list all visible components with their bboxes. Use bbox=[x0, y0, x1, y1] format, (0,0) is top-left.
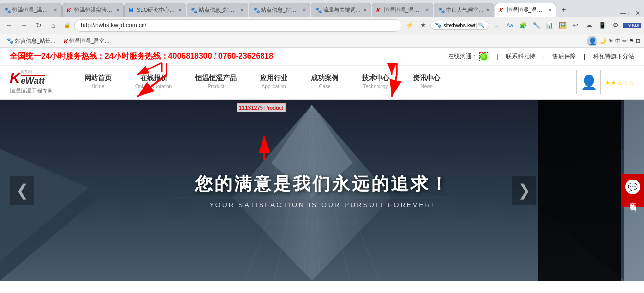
close-btn[interactable]: ✕ bbox=[635, 10, 640, 17]
nav-case[interactable]: 成功案例 Case bbox=[299, 65, 350, 99]
lang-selector[interactable]: 中 bbox=[615, 37, 620, 45]
nav-home[interactable]: 网站首页 Home bbox=[72, 65, 123, 99]
extension1-icon[interactable]: 🧩 bbox=[517, 20, 529, 31]
nav-technology[interactable]: 技术中心 Technology bbox=[350, 65, 401, 99]
hotline-divider: / bbox=[212, 52, 218, 60]
tab-label-6: 流量与关键词… bbox=[323, 6, 361, 14]
tab-7[interactable]: K 恒温恒湿_温室… ✕ bbox=[372, 3, 433, 17]
nav-right: 👤 ★★☆☆☆ bbox=[576, 70, 634, 94]
settings-icon[interactable]: ⚙ bbox=[610, 20, 621, 31]
device-icon[interactable]: 📱 bbox=[596, 20, 608, 31]
extension2-icon[interactable]: 🔧 bbox=[530, 20, 542, 31]
menu-icon[interactable]: ≡ bbox=[491, 20, 502, 31]
forward-button[interactable]: → bbox=[18, 19, 30, 32]
flag-icon[interactable]: ⚑ bbox=[629, 38, 634, 44]
hotline: 全国统一24小时服务热线：24小时服务热线：4006818300 / 0760-… bbox=[10, 51, 273, 62]
online-indicator-dot[interactable] bbox=[480, 53, 487, 60]
tab-label-4: 站点信息_站长… bbox=[199, 6, 238, 14]
grid-icon[interactable]: ⊞ bbox=[636, 38, 640, 44]
page-wrapper: 🐾 恒温恒湿_温室… ✕ K 恒温恒湿实验室… ✕ M SEO研究中心VI… ✕… bbox=[0, 0, 644, 281]
restore-btn[interactable]: □ bbox=[629, 10, 632, 17]
tab-3[interactable]: M SEO研究中心VI… ✕ bbox=[124, 3, 186, 17]
refresh-icon[interactable]: ⚡ bbox=[404, 20, 416, 31]
tab-close-6[interactable]: ✕ bbox=[361, 7, 367, 13]
bookmark-1[interactable]: 🐾 站点信息_站长… bbox=[4, 36, 59, 45]
user-avatar[interactable]: 👤 bbox=[587, 36, 597, 46]
tab-close-9[interactable]: ✕ bbox=[546, 7, 552, 13]
extension4-icon[interactable]: 🖼️ bbox=[557, 20, 569, 31]
side-chat-button[interactable]: 💬 在线咨询 bbox=[621, 174, 644, 207]
search-bar[interactable]: 🐾 site:hwhs.kwtj 🔍 bbox=[430, 21, 489, 30]
tab-favicon-1: 🐾 bbox=[4, 7, 10, 13]
tab-6[interactable]: 🐾 流量与关键词… ✕ bbox=[311, 3, 371, 17]
nav-quotation-en: Online Quotation bbox=[135, 84, 172, 89]
hero-main-text: 您的满意是我们永远的追求！ bbox=[195, 172, 450, 196]
new-tab-button[interactable]: + bbox=[557, 3, 571, 17]
tab-close-3[interactable]: ✕ bbox=[176, 7, 182, 13]
star-icon[interactable]: ★ bbox=[417, 20, 429, 31]
nav-news[interactable]: 资讯中心 News bbox=[401, 65, 452, 99]
aftersale-link[interactable]: 售后保障 bbox=[552, 52, 576, 61]
search-text: site:hwhs.kwtj bbox=[443, 23, 477, 28]
tab-favicon-7: K bbox=[376, 7, 382, 13]
bookmark-label-2: 恒温恒湿_温室… bbox=[69, 37, 110, 45]
back-button[interactable]: ← bbox=[3, 19, 16, 32]
tab-4[interactable]: 🐾 站点信息_站长… ✕ bbox=[187, 3, 248, 17]
tab-close-4[interactable]: ✕ bbox=[238, 7, 244, 13]
speed-badge: ↑ 9 KB/ bbox=[623, 23, 641, 28]
browser-chrome: 🐾 恒温恒湿_温室… ✕ K 恒温恒湿实验室… ✕ M SEO研究中心VI… ✕… bbox=[0, 0, 644, 48]
nav-news-en: News bbox=[421, 84, 433, 89]
nav-application[interactable]: 应用行业 Application bbox=[248, 65, 299, 99]
contact-link[interactable]: 联系科瓦特 bbox=[506, 52, 535, 61]
hero-prev-button[interactable]: ❮ bbox=[10, 176, 34, 205]
nav-quotation[interactable]: 在线报价 Online Quotation bbox=[123, 65, 184, 99]
tab-close-2[interactable]: ✕ bbox=[114, 7, 119, 13]
tab-close-8[interactable]: ✕ bbox=[484, 7, 490, 13]
nav-bar: K 科瓦特 eWatt 恒温恒湿工程专家 网站首页 Home 在线报价 Onli… bbox=[0, 66, 644, 100]
brightness-icon[interactable]: ☀ bbox=[608, 38, 613, 44]
tab-5[interactable]: 🐾 站点信息_站长… ✕ bbox=[249, 3, 310, 17]
tab-label-2: 恒温恒湿实验室… bbox=[74, 6, 114, 14]
hero-next-button[interactable]: ❯ bbox=[512, 176, 536, 205]
tab-close-7[interactable]: ✕ bbox=[423, 7, 429, 13]
tab-9-active[interactable]: K 恒温恒湿_温室… ✕ bbox=[495, 3, 556, 17]
bookmark-favicon-1: 🐾 bbox=[7, 38, 14, 44]
bookmark-favicon-2: K bbox=[64, 38, 68, 44]
logo-text: K 科瓦特 eWatt bbox=[10, 70, 45, 86]
bookmark-user-area: 👤 🌙 ☀ 中 ✏ ⚑ ⊞ bbox=[587, 36, 640, 46]
nav-application-cn: 应用行业 bbox=[260, 74, 287, 83]
search-icon[interactable]: 🔍 bbox=[478, 22, 485, 28]
tab-8[interactable]: 🐾 中山人气候室… ✕ bbox=[434, 3, 494, 17]
nav-avatar: 👤 bbox=[576, 70, 601, 94]
tab-favicon-3: M bbox=[129, 7, 135, 13]
nav-menu: 网站首页 Home 在线报价 Online Quotation 恒温恒湿产品 P… bbox=[72, 65, 572, 99]
online-status: 在线沟通： bbox=[448, 52, 488, 61]
home-button[interactable]: ⌂ bbox=[47, 19, 60, 32]
tab-close-5[interactable]: ✕ bbox=[300, 7, 306, 13]
address-input[interactable] bbox=[74, 19, 402, 32]
tab-label-1: 恒温恒湿_温室… bbox=[12, 6, 51, 14]
tab-1[interactable]: 🐾 恒温恒湿_温室… ✕ bbox=[0, 3, 62, 17]
translate-icon[interactable]: Aa bbox=[504, 20, 516, 31]
branch-link[interactable]: 科瓦特旗下分站 bbox=[593, 52, 634, 61]
tab-2[interactable]: K 恒温恒湿实验室… ✕ bbox=[62, 3, 124, 17]
site-wrapper: 全国统一24小时服务热线：24小时服务热线：4006818300 / 0760-… bbox=[0, 48, 644, 281]
logo-ewatt: eWatt bbox=[21, 75, 45, 86]
refresh-button[interactable]: ↻ bbox=[32, 19, 45, 32]
cloud-icon[interactable]: ☁ bbox=[583, 20, 595, 31]
hotline-number2: 0760-23626818 bbox=[218, 52, 273, 60]
bookmark-2[interactable]: K 恒温恒湿_温室… bbox=[61, 36, 113, 45]
extension3-icon[interactable]: 📊 bbox=[544, 20, 555, 31]
minimize-btn[interactable]: — bbox=[620, 10, 626, 17]
weather-icon: 🌙 bbox=[599, 38, 606, 44]
tab-close-1[interactable]: ✕ bbox=[51, 7, 57, 13]
hero-text-area: 您的满意是我们永远的追求！ YOUR SATISFACTION IS OUR P… bbox=[195, 172, 450, 209]
undo-icon[interactable]: ↩ bbox=[570, 20, 582, 31]
hotline-emphasis: 24小时服务热线： bbox=[105, 52, 168, 60]
online-label: 在线沟通： bbox=[448, 52, 477, 61]
nav-case-cn: 成功案例 bbox=[311, 74, 338, 83]
tab-label-3: SEO研究中心VI… bbox=[137, 6, 176, 14]
nav-product[interactable]: 恒温恒湿产品 Product bbox=[184, 65, 248, 99]
pen-icon[interactable]: ✏ bbox=[622, 38, 627, 44]
star-rating: ★★☆☆☆ bbox=[605, 79, 634, 86]
